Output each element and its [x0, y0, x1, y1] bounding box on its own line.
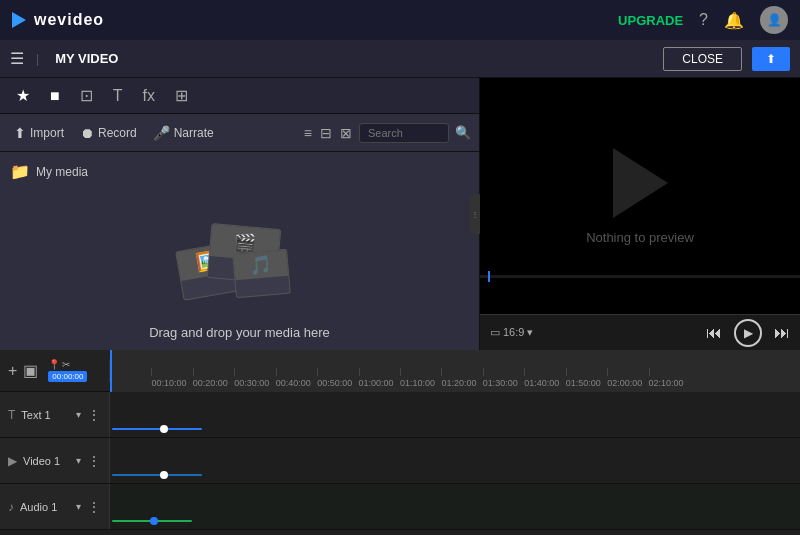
- volume-knob-audio1[interactable]: [150, 517, 158, 525]
- track-expand-audio1[interactable]: ▾: [76, 501, 81, 512]
- record-button[interactable]: ⏺ Record: [74, 121, 143, 145]
- track-label-text1: T Text 1 ▾ ⋮: [0, 392, 110, 437]
- time-marker-0: 00:10:00: [151, 350, 186, 392]
- preview-area: Nothing to preview: [480, 78, 800, 314]
- track-menu-audio1[interactable]: ⋮: [87, 499, 101, 515]
- import-icon: ⬆: [14, 125, 26, 141]
- aspect-ratio-label: 16:9 ▾: [503, 326, 533, 339]
- upgrade-button[interactable]: UPGRADE: [618, 13, 683, 28]
- close-button[interactable]: CLOSE: [663, 47, 742, 71]
- track-menu-video1[interactable]: ⋮: [87, 453, 101, 469]
- media-placeholder: 🖼️ 🎬 🎵: [169, 211, 309, 311]
- import-button[interactable]: ⬆ Import: [8, 121, 70, 145]
- time-marker-4: 00:50:00: [317, 350, 352, 392]
- fastforward-button[interactable]: ⏭: [774, 324, 790, 342]
- preview-text: Nothing to preview: [586, 230, 694, 245]
- time-label-4: 00:50:00: [317, 378, 352, 388]
- video-title: MY VIDEO: [55, 51, 118, 66]
- volume-line-video1: [112, 474, 202, 476]
- volume-knob-text1[interactable]: [160, 425, 168, 433]
- record-label: Record: [98, 126, 137, 140]
- time-label-7: 01:20:00: [441, 378, 476, 388]
- play-controls: ⏮ ▶ ⏭: [706, 319, 790, 347]
- time-label-5: 01:00:00: [359, 378, 394, 388]
- time-markers: 00:10:0000:20:0000:30:0000:40:0000:50:00…: [110, 350, 800, 392]
- tab-fx[interactable]: fx: [136, 83, 160, 109]
- time-label-10: 01:50:00: [566, 378, 601, 388]
- cut-icon[interactable]: ✂: [62, 359, 70, 370]
- grid-view-icon[interactable]: ⊟: [317, 122, 335, 144]
- tab-text[interactable]: T: [107, 83, 129, 109]
- help-icon[interactable]: ?: [699, 11, 708, 29]
- preview-playhead: [488, 271, 490, 282]
- tab-media[interactable]: ■: [44, 83, 66, 109]
- aspect-ratio[interactable]: ▭ 16:9 ▾: [490, 326, 533, 339]
- time-marker-6: 01:10:00: [400, 350, 435, 392]
- search-input[interactable]: [359, 123, 449, 143]
- time-label-2: 00:30:00: [234, 378, 269, 388]
- avatar[interactable]: 👤: [760, 6, 788, 34]
- publish-button[interactable]: ⬆: [752, 47, 790, 71]
- search-icon[interactable]: 🔍: [455, 125, 471, 140]
- track-options-button[interactable]: ▣: [23, 361, 38, 380]
- logo-icon: [12, 12, 26, 28]
- track-expand-text1[interactable]: ▾: [76, 409, 81, 420]
- timeline-playhead: [110, 350, 112, 392]
- track-row-text1: T Text 1 ▾ ⋮: [0, 392, 800, 438]
- track-expand-video1[interactable]: ▾: [76, 455, 81, 466]
- second-bar: ☰ | MY VIDEO CLOSE ⬆: [0, 40, 800, 78]
- media-card-inner-3: 🎵: [234, 250, 289, 280]
- play-button[interactable]: ▶: [734, 319, 762, 347]
- time-marker-10: 01:50:00: [566, 350, 601, 392]
- track-name-audio1: Audio 1: [20, 501, 70, 513]
- time-marker-8: 01:30:00: [483, 350, 518, 392]
- track-content-text1: [110, 392, 800, 437]
- time-label-12: 02:10:00: [649, 378, 684, 388]
- track-label-audio1: ♪ Audio 1 ▾ ⋮: [0, 484, 110, 529]
- volume-line-text1: [112, 428, 202, 430]
- pin-icon[interactable]: 📍: [48, 359, 60, 370]
- time-marker-2: 00:30:00: [234, 350, 269, 392]
- list-view-icon[interactable]: ≡: [301, 122, 315, 144]
- panel-resize-handle[interactable]: ⋮: [470, 194, 480, 234]
- main-area: ★ ■ ⊡ T fx ⊞ ⬆ Import ⏺ Record 🎤 Narrate…: [0, 78, 800, 350]
- top-navbar: wevideo UPGRADE ? 🔔 👤: [0, 0, 800, 40]
- timeline-header: + ▣ 📍 ✂ 00:00:00 00:10:0000:20:0000:30:0…: [0, 350, 800, 392]
- tab-screen[interactable]: ⊡: [74, 82, 99, 109]
- preview-play-icon: [613, 148, 668, 218]
- track-row-video1: ▶ Video 1 ▾ ⋮: [0, 438, 800, 484]
- playback-bar: ▭ 16:9 ▾ ⏮ ▶ ⏭: [480, 314, 800, 350]
- track-type-icon-text1: T: [8, 408, 15, 422]
- media-card-3: 🎵: [233, 249, 292, 299]
- time-marker-11: 02:00:00: [607, 350, 642, 392]
- narrate-button[interactable]: 🎤 Narrate: [147, 121, 220, 145]
- tab-image[interactable]: ⊞: [169, 82, 194, 109]
- drag-text: Drag and drop your media here: [149, 325, 330, 340]
- timescale[interactable]: 00:10:0000:20:0000:30:0000:40:0000:50:00…: [110, 350, 800, 392]
- sort-icon[interactable]: ⊠: [337, 122, 355, 144]
- time-marker-3: 00:40:00: [276, 350, 311, 392]
- my-media-folder[interactable]: 📁 My media: [10, 162, 88, 181]
- timeline-controls: + ▣ 📍 ✂ 00:00:00: [0, 359, 110, 382]
- track-menu-text1[interactable]: ⋮: [87, 407, 101, 423]
- time-label-1: 00:20:00: [193, 378, 228, 388]
- time-label-0: 00:10:00: [151, 378, 186, 388]
- track-name-text1: Text 1: [21, 409, 70, 421]
- rewind-button[interactable]: ⏮: [706, 324, 722, 342]
- filter-icons: ≡ ⊟ ⊠: [301, 122, 355, 144]
- track-name-video1: Video 1: [23, 455, 70, 467]
- drop-zone[interactable]: 🖼️ 🎬 🎵 Drag and drop your media here ADD: [149, 211, 330, 350]
- media-area: 📁 My media 🖼️ 🎬 🎵: [0, 152, 479, 350]
- add-track-button[interactable]: +: [8, 362, 17, 380]
- bell-icon[interactable]: 🔔: [724, 11, 744, 30]
- time-label-3: 00:40:00: [276, 378, 311, 388]
- hamburger-icon[interactable]: ☰: [10, 49, 24, 68]
- time-marker-1: 00:20:00: [193, 350, 228, 392]
- right-panel: ⋮ Nothing to preview ▭ 16:9 ▾ ⏮ ▶ ⏭: [480, 78, 800, 350]
- media-icon-stack: 🖼️ 🎬 🎵: [179, 216, 299, 306]
- track-type-icon-audio1: ♪: [8, 500, 14, 514]
- monitor-icon: ▭: [490, 326, 500, 339]
- tab-favorites[interactable]: ★: [10, 82, 36, 109]
- volume-knob-video1[interactable]: [160, 471, 168, 479]
- time-label-11: 02:00:00: [607, 378, 642, 388]
